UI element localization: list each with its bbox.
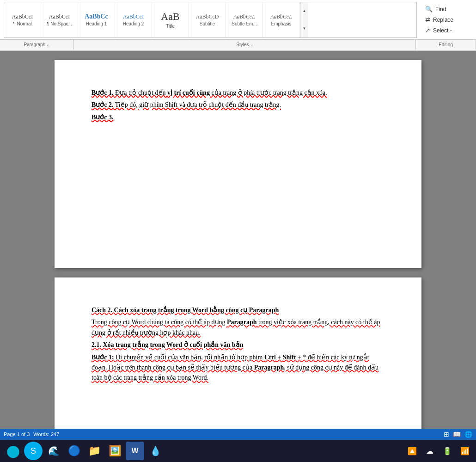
web-icon[interactable]: 🌐 <box>464 431 472 438</box>
layout-icon[interactable]: ⊞ <box>444 431 449 438</box>
taskbar-chrome[interactable]: 🔵 <box>65 442 83 460</box>
styles-bar: AaBbCcI ¶ Normal AaBbCcI ¶ No Spac... Aa… <box>0 0 476 39</box>
page-1-content[interactable]: Bước 1. Đưa trỏ chuột đến vị trí cuối cù… <box>92 88 384 123</box>
page2-intro-text: Trong công cụ Word chúng ta cũng có thể … <box>92 319 227 326</box>
page-info-text: Page 1 of 3 <box>4 431 30 437</box>
style-title[interactable]: AaB Title <box>152 2 189 37</box>
style-no-space-label: ¶ No Spac... <box>47 21 72 26</box>
scroll-up-arrow[interactable]: ▲ <box>300 2 308 20</box>
step1-bold-underline: vị trí cuối cùng <box>167 89 210 96</box>
styles-label: Styles <box>236 42 249 47</box>
taskbar-files[interactable]: 📁 <box>85 442 104 460</box>
style-subtle-label: Subtle Em... <box>232 21 256 26</box>
style-emphasis-label: Emphasis <box>271 21 292 26</box>
taskbar-skype[interactable]: S <box>24 442 43 460</box>
page2-para: Paragraph <box>254 364 284 371</box>
page2-subheading: 2.1. Xóa trang trắng trong Word ở cuối p… <box>92 340 384 350</box>
page-2: Cách 2. Cách xóa trang trắng trong Word … <box>55 277 421 440</box>
read-icon[interactable]: 📖 <box>453 431 461 438</box>
replace-label: Replace <box>433 17 453 23</box>
section-paragraph: Paragraph ⌐ <box>0 40 74 49</box>
style-emphasis-preview: AaBbCcL <box>270 13 292 20</box>
taskbar-word[interactable]: W <box>126 442 144 460</box>
style-heading2-preview: AaBbCcI <box>123 13 144 20</box>
document-area: Bước 1. Đưa trỏ chuột đến vị trí cuối cù… <box>0 51 476 440</box>
step2-bold: Bước 2. <box>92 101 114 108</box>
select-label: Select - <box>433 27 452 34</box>
style-heading1-preview: AaBbCc <box>85 13 108 20</box>
page2-shift: Shift <box>283 354 296 361</box>
style-subtle-em[interactable]: AaBbCcL Subtle Em... <box>226 2 263 37</box>
select-button[interactable]: ↗ Select - <box>422 26 467 35</box>
page2-plus1: + <box>276 354 283 361</box>
ribbon: AaBbCcI ¶ Normal AaBbCcI ¶ No Spac... Aa… <box>0 0 476 51</box>
taskbar: ⬤ S 🌊 🔵 📁 🖼️ W 💧 🔼 ☁ 🔋 📶 <box>0 440 476 462</box>
select-icon: ↗ <box>425 27 430 34</box>
page-info: Page 1 of 3 <box>4 431 30 437</box>
taskbar-cloud[interactable]: ☁ <box>422 444 437 458</box>
step2-line: Bước 2. Tiếp đó, giữ phím Shift và đưa t… <box>92 100 384 110</box>
style-subtitle-label: Subtitle <box>200 21 215 26</box>
page2-step1: Bước 1: Di chuyển về cuối của văn bản, r… <box>92 352 384 383</box>
page2-ctrl: Ctrl <box>264 354 276 361</box>
section-labels: Paragraph ⌐ Styles ⌐ Editing <box>0 39 476 49</box>
style-emphasis[interactable]: AaBbCcL Emphasis <box>263 2 300 37</box>
style-title-preview: AaB <box>161 11 179 23</box>
style-no-space-preview: AaBbCcI <box>49 13 70 20</box>
find-label: Find <box>435 6 446 12</box>
status-right: ⊞ 📖 🌐 <box>444 431 472 438</box>
find-button[interactable]: 🔍 Find <box>422 5 467 13</box>
scroll-down-arrow[interactable]: ▼ <box>300 20 308 37</box>
editing-panel: 🔍 Find ⇄ Replace ↗ Select - <box>417 3 472 37</box>
replace-button[interactable]: ⇄ Replace <box>422 15 467 24</box>
page-1: Bước 1. Đưa trỏ chuột đến vị trí cuối cù… <box>55 60 421 268</box>
page-2-content[interactable]: Cách 2. Cách xóa trang trắng trong Word … <box>92 305 384 383</box>
taskbar-wifi[interactable]: 📶 <box>458 444 472 458</box>
styles-expand-icon[interactable]: ⌐ <box>250 43 253 47</box>
taskbar-chevron[interactable]: 🔼 <box>405 444 420 458</box>
page2-intro: Trong công cụ Word chúng ta cũng có thể … <box>92 317 384 338</box>
step1-text2: của trang ở phía trước trang trắng cần x… <box>210 89 327 96</box>
style-heading2-label: Heading 2 <box>123 21 144 26</box>
style-subtitle[interactable]: AaBbCcD Subtitle <box>189 2 226 37</box>
page2-heading: Cách 2. Cách xóa trang trắng trong Word … <box>92 305 384 315</box>
style-subtle-preview: AaBbCcL <box>233 13 255 20</box>
word-count-text: Words: 247 <box>33 431 59 437</box>
step3-bold: Bước 3. <box>92 114 114 121</box>
step2-text: Tiếp đó, giữ phím Shift và đưa trỏ chuột… <box>114 101 281 108</box>
styles-container: AaBbCcI ¶ Normal AaBbCcI ¶ No Spac... Aa… <box>4 2 417 38</box>
style-heading2[interactable]: AaBbCcI Heading 2 <box>115 2 152 37</box>
style-normal[interactable]: AaBbCcI ¶ Normal <box>4 2 41 37</box>
replace-icon: ⇄ <box>425 16 430 23</box>
find-icon: 🔍 <box>425 6 433 12</box>
status-bar: Page 1 of 3 Words: 247 ⊞ 📖 🌐 <box>0 429 476 440</box>
section-styles: Styles ⌐ <box>74 40 416 49</box>
taskbar-right: 🔼 ☁ 🔋 📶 <box>405 444 472 458</box>
taskbar-paint[interactable]: 💧 <box>146 442 165 460</box>
style-normal-label: ¶ Normal <box>13 21 31 26</box>
style-heading1-label: Heading 1 <box>86 21 107 26</box>
taskbar-zoom[interactable]: ⬤ <box>4 442 22 460</box>
taskbar-battery[interactable]: 🔋 <box>440 444 455 458</box>
styles-scroll: ▲ ▼ <box>300 2 308 37</box>
step3-line: Bước 3. <box>92 112 384 123</box>
style-title-label: Title <box>166 24 175 29</box>
style-normal-preview: AaBbCcI <box>12 13 33 20</box>
page2-step1-bold: Bước 1: <box>92 354 114 361</box>
style-heading1[interactable]: AaBbCc Heading 1 <box>78 2 115 37</box>
page2-intro-bold: Paragraph <box>227 319 257 326</box>
word-count: Words: 247 <box>33 431 59 437</box>
step1-text: Đưa trỏ chuột đến <box>114 89 167 96</box>
taskbar-photos[interactable]: 🖼️ <box>105 442 124 460</box>
style-subtitle-preview: AaBbCcD <box>196 13 219 20</box>
section-editing: Editing <box>416 40 476 49</box>
paragraph-label: Paragraph <box>24 42 46 47</box>
editing-label: Editing <box>439 42 453 47</box>
paragraph-expand-icon[interactable]: ⌐ <box>47 43 49 47</box>
page2-step1-text: Di chuyển về cuối của văn bản, rồi nhấn … <box>114 354 264 361</box>
step1-line: Bước 1. Đưa trỏ chuột đến vị trí cuối cù… <box>92 88 384 98</box>
style-no-space[interactable]: AaBbCcI ¶ No Spac... <box>41 2 78 37</box>
taskbar-edge[interactable]: 🌊 <box>44 442 63 460</box>
step1-bold: Bước 1. <box>92 89 114 96</box>
